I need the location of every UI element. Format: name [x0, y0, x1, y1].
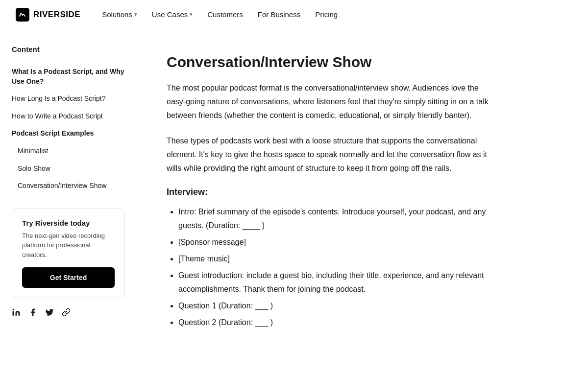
article-para-2: These types of podcasts work best with a…	[167, 134, 500, 175]
list-item: Guest introduction: include a guest bio,…	[178, 269, 500, 296]
sidebar-item-how-to-write[interactable]: How to Write a Podcast Script	[12, 108, 125, 125]
nav-pricing[interactable]: Pricing	[309, 7, 343, 22]
list-item: What Is a Podcast Script, and Why Use On…	[12, 63, 125, 90]
interview-bullet-list: Intro: Brief summary of the episode's co…	[167, 205, 500, 329]
logo-icon	[16, 8, 29, 22]
cta-title: Try Riverside today	[22, 219, 115, 227]
logo[interactable]: RIVERSIDE	[16, 8, 80, 22]
main-content: Conversation/Interview Show The most pop…	[137, 29, 529, 374]
article-title: Conversation/Interview Show	[167, 53, 500, 71]
linkedin-icon[interactable]	[12, 308, 21, 317]
nav-solutions[interactable]: Solutions ▾	[96, 7, 143, 22]
list-item: Minimalist	[12, 142, 125, 160]
list-item: How to Write a Podcast Script	[12, 108, 125, 125]
list-item: Question 1 (Duration: ___ )	[178, 299, 500, 313]
list-item: How Long Is a Podcast Script?	[12, 90, 125, 108]
list-item: Question 2 (Duration: ___ )	[178, 316, 500, 329]
list-item: [Sponsor message]	[178, 235, 500, 249]
page-layout: Content What Is a Podcast Script, and Wh…	[0, 29, 588, 374]
chevron-down-icon: ▾	[134, 11, 137, 18]
list-item: Solo Show	[12, 160, 125, 178]
nav-links: Solutions ▾ Use Cases ▾ Customers For Bu…	[96, 7, 572, 22]
twitter-icon[interactable]	[45, 308, 54, 317]
interview-heading: Interview:	[167, 187, 500, 197]
sidebar-item-examples[interactable]: Podcast Script Examples	[12, 125, 125, 142]
list-item: [Theme music]	[178, 252, 500, 266]
link-icon[interactable]	[62, 308, 71, 317]
chevron-down-icon: ▾	[190, 11, 193, 18]
list-item: Podcast Script Examples	[12, 125, 125, 142]
sidebar-item-podcast-script-what[interactable]: What Is a Podcast Script, and Why Use On…	[12, 63, 125, 90]
sidebar-item-podcast-script-length[interactable]: How Long Is a Podcast Script?	[12, 90, 125, 108]
nav-use-cases[interactable]: Use Cases ▾	[146, 7, 198, 22]
sidebar: Content What Is a Podcast Script, and Wh…	[0, 29, 137, 374]
navigation: RIVERSIDE Solutions ▾ Use Cases ▾ Custom…	[0, 0, 588, 29]
cta-description: The next-gen video recording platform fo…	[22, 231, 115, 260]
sidebar-title: Content	[12, 45, 125, 53]
logo-text: RIVERSIDE	[33, 10, 80, 20]
facebook-icon[interactable]	[28, 308, 37, 317]
article-para-1: The most popular podcast format is the c…	[167, 81, 500, 122]
sidebar-item-solo-show[interactable]: Solo Show	[12, 160, 125, 178]
cta-box: Try Riverside today The next-gen video r…	[12, 209, 125, 299]
nav-for-business[interactable]: For Business	[252, 7, 307, 22]
get-started-button[interactable]: Get Started	[22, 267, 115, 288]
svg-point-1	[13, 309, 14, 310]
list-item: Conversation/Interview Show	[12, 177, 125, 195]
social-icons	[12, 308, 125, 317]
svg-rect-0	[13, 311, 14, 316]
nav-customers[interactable]: Customers	[201, 7, 249, 22]
list-item: Intro: Brief summary of the episode's co…	[178, 205, 500, 233]
sidebar-item-minimalist[interactable]: Minimalist	[12, 142, 125, 160]
sidebar-item-conversation-show[interactable]: Conversation/Interview Show	[12, 177, 125, 195]
sidebar-nav: What Is a Podcast Script, and Why Use On…	[12, 63, 125, 195]
